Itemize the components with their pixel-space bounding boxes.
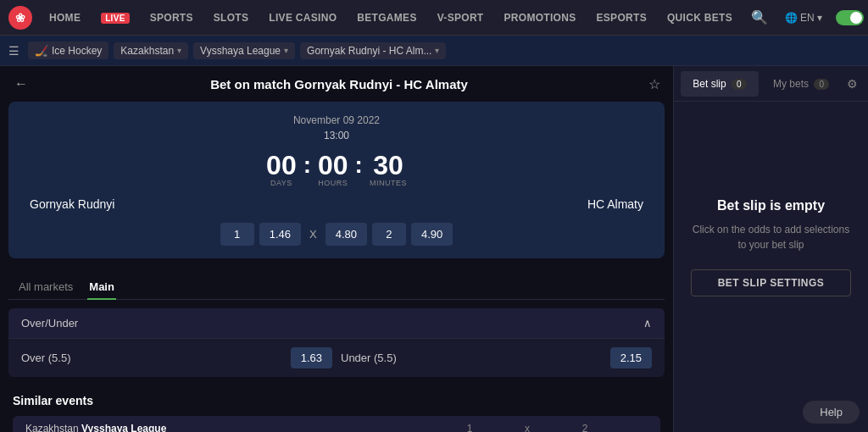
top-navigation: ❀ HOME LIVE SPORTS SLOTS LIVE CASINO BET… xyxy=(0,0,868,36)
similar-events-table: Kazakhstan Vysshaya League 1 x 2 ☆ Torpe… xyxy=(13,416,660,432)
over-under-row: Over (5.5) 1.63 Under (5.5) 2.15 xyxy=(8,338,665,377)
over-odd-button[interactable]: 1.63 xyxy=(291,347,332,368)
breadcrumb-league-label: Vysshaya League xyxy=(200,45,281,57)
league-name: Kazakhstan Vysshaya League xyxy=(25,423,437,432)
breadcrumb-country[interactable]: Kazakhstan ▾ xyxy=(114,42,188,59)
nav-promotions[interactable]: PROMOTIONS xyxy=(495,8,584,27)
nav-live-casino[interactable]: LIVE CASINO xyxy=(260,8,345,27)
countdown-hours: 00 HOURS xyxy=(318,152,348,187)
over-under-section: Over/Under ∧ Over (5.5) 1.63 Under (5.5)… xyxy=(8,308,665,377)
nav-sports[interactable]: SPORTS xyxy=(142,8,202,27)
live-label: LIVE xyxy=(101,13,129,24)
back-button[interactable]: ← xyxy=(13,75,30,93)
bet-slip-empty-title: Bet slip is empty xyxy=(717,198,825,213)
nav-esports[interactable]: ESPORTS xyxy=(588,8,655,27)
under-label: Under (5.5) xyxy=(341,352,602,364)
help-area: Help xyxy=(674,392,868,432)
match-header: ← Bet on match Gornyak Rudnyi - HC Almat… xyxy=(0,66,673,102)
under-odd-button[interactable]: 2.15 xyxy=(610,347,652,368)
odds-1-value[interactable]: 1.46 xyxy=(259,223,301,246)
odds-2-label[interactable]: 2 xyxy=(372,223,406,246)
col-header-x: x xyxy=(502,423,553,432)
league-header: Kazakhstan Vysshaya League 1 x 2 xyxy=(13,416,660,432)
breadcrumb-league[interactable]: Vysshaya League ▾ xyxy=(193,42,295,59)
my-bets-count: 0 xyxy=(814,79,829,90)
search-icon[interactable]: 🔍 xyxy=(748,6,771,29)
bet-slip-count: 0 xyxy=(732,79,747,90)
nav-live[interactable]: LIVE xyxy=(92,8,137,27)
over-label: Over (5.5) xyxy=(21,352,282,364)
theme-toggle[interactable] xyxy=(836,10,864,25)
breadcrumb-country-label: Kazakhstan xyxy=(120,45,174,57)
chevron-down-icon: ▾ xyxy=(177,46,181,55)
countdown-days: 00 DAYS xyxy=(266,152,297,187)
tab-main[interactable]: Main xyxy=(87,275,116,300)
nav-home[interactable]: HOME xyxy=(41,8,89,27)
breadcrumb-sport[interactable]: 🏒 Ice Hockey xyxy=(28,42,108,59)
nav-betgames[interactable]: BETGAMES xyxy=(348,8,425,27)
odds-x-value[interactable]: 4.80 xyxy=(326,223,367,246)
bet-slip-empty-state: Bet slip is empty Click on the odds to a… xyxy=(674,102,868,392)
odds-x-label: X xyxy=(306,223,320,246)
chevron-down-icon: ▾ xyxy=(435,46,439,55)
language-selector[interactable]: 🌐 EN ▾ xyxy=(780,8,827,27)
nav-right-actions: 🔍 🌐 EN ▾ 🔔 0.00 $ + 👤 xyxy=(748,3,868,33)
breadcrumb-match-label: Gornyak Rudnyi - HC Alm... xyxy=(307,45,431,57)
favorite-icon[interactable]: ☆ xyxy=(648,76,660,92)
similar-events-title: Similar events xyxy=(13,394,660,407)
match-title: Bet on match Gornyak Rudnyi - HC Almaty xyxy=(38,77,640,91)
countdown-separator: : xyxy=(303,153,311,177)
bet-slip-settings-icon[interactable]: ⚙ xyxy=(843,74,861,94)
collapse-icon: ∧ xyxy=(643,317,652,330)
odds-1-label[interactable]: 1 xyxy=(220,223,254,246)
breadcrumb: ☰ 🏒 Ice Hockey Kazakhstan ▾ Vysshaya Lea… xyxy=(0,36,868,66)
countdown-minutes: 30 MINUTES xyxy=(370,152,407,187)
similar-events-section: Similar events Kazakhstan Vysshaya Leagu… xyxy=(0,385,673,432)
match-countdown: 00 DAYS : 00 HOURS : 30 MINUTES xyxy=(21,152,652,187)
chevron-down-icon: ▾ xyxy=(284,46,288,55)
breadcrumb-sport-label: Ice Hockey xyxy=(52,45,102,57)
my-bets-tab[interactable]: My bets 0 xyxy=(762,71,840,97)
logo[interactable]: ❀ xyxy=(8,6,32,30)
col-header-2: 2 xyxy=(559,423,610,432)
nav-vsport[interactable]: V-SPORT xyxy=(429,8,492,27)
match-odds-row: 1 1.46 X 4.80 2 4.90 xyxy=(21,223,652,246)
main-layout: ← Bet on match Gornyak Rudnyi - HC Almat… xyxy=(0,66,868,432)
tab-all-markets[interactable]: All markets xyxy=(17,275,75,300)
team1-name: Gornyak Rudnyi xyxy=(30,197,114,211)
match-teams: Gornyak Rudnyi HC Almaty xyxy=(21,197,652,211)
bet-slip-empty-description: Click on the odds to add selections to y… xyxy=(691,222,851,252)
menu-icon[interactable]: ☰ xyxy=(8,44,19,58)
match-time: 13:00 xyxy=(21,130,652,141)
countdown-separator-2: : xyxy=(355,153,363,177)
breadcrumb-match[interactable]: Gornyak Rudnyi - HC Alm... ▾ xyxy=(300,42,446,59)
col-header-1: 1 xyxy=(444,423,495,432)
nav-slots[interactable]: SLOTS xyxy=(205,8,258,27)
over-under-title: Over/Under xyxy=(21,317,78,330)
ice-hockey-icon: 🏒 xyxy=(35,44,48,57)
bet-slip-settings-button[interactable]: BET SLIP SETTINGS xyxy=(691,269,851,296)
odds-2-value[interactable]: 4.90 xyxy=(411,223,453,246)
over-under-header[interactable]: Over/Under ∧ xyxy=(8,308,665,338)
team2-name: HC Almaty xyxy=(587,197,643,211)
market-tabs: All markets Main xyxy=(8,267,665,300)
bet-slip-tab[interactable]: Bet slip 0 xyxy=(681,71,759,97)
match-date: November 09 2022 xyxy=(21,114,652,126)
nav-quick-bets[interactable]: QUICK BETS xyxy=(659,8,741,27)
right-panel: Bet slip 0 My bets 0 ⚙ Bet slip is empty… xyxy=(673,66,868,432)
content-area: ← Bet on match Gornyak Rudnyi - HC Almat… xyxy=(0,66,673,432)
match-card: November 09 2022 13:00 00 DAYS : 00 HOUR… xyxy=(8,102,665,258)
help-button[interactable]: Help xyxy=(803,401,860,424)
bet-panel-tabs: Bet slip 0 My bets 0 ⚙ xyxy=(674,66,868,102)
